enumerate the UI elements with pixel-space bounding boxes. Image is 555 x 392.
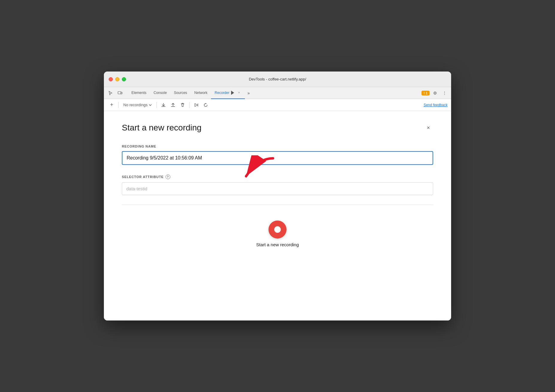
tab-elements[interactable]: Elements	[128, 87, 150, 99]
svg-rect-0	[118, 92, 121, 94]
devtools-window: DevTools - coffee-cart.netlify.app/ Elem…	[104, 72, 451, 320]
svg-marker-2	[231, 91, 234, 95]
import-button[interactable]	[169, 101, 177, 109]
export-icon	[161, 103, 166, 107]
window-title: DevTools - coffee-cart.netlify.app/	[249, 77, 306, 81]
selector-help-icon[interactable]: ?	[166, 174, 170, 179]
main-content: Start a new recording × RECORDING NAME S…	[104, 111, 451, 320]
tab-overflow-btn[interactable]: »	[245, 91, 252, 95]
dialog-title: Start a new recording	[122, 123, 201, 133]
recorder-toolbar: + No recordings	[104, 99, 451, 111]
import-icon	[171, 103, 175, 107]
recordings-dropdown[interactable]: No recordings	[121, 101, 154, 108]
delete-button[interactable]	[178, 101, 187, 109]
send-feedback-link[interactable]: Send feedback	[424, 103, 448, 107]
start-recording-button[interactable]	[269, 221, 286, 238]
recording-name-input[interactable]	[122, 151, 433, 165]
dialog-header: Start a new recording ×	[122, 123, 433, 133]
tab-bar-right: ! 1 ⚙ ⋮	[421, 89, 449, 97]
tab-list: Elements Console Sources Network Recorde…	[128, 87, 421, 99]
record-area: Start a new recording	[122, 215, 433, 256]
recording-name-label: RECORDING NAME	[122, 145, 433, 148]
maximize-traffic-light[interactable]	[122, 77, 126, 81]
play-icon	[194, 103, 198, 107]
title-bar: DevTools - coffee-cart.netlify.app/	[104, 72, 451, 87]
recorder-tab-close[interactable]: ×	[236, 90, 241, 95]
tab-sources[interactable]: Sources	[170, 87, 191, 99]
export-button[interactable]	[159, 101, 168, 109]
close-traffic-light[interactable]	[109, 77, 113, 81]
svg-rect-1	[121, 92, 122, 94]
minimize-traffic-light[interactable]	[115, 77, 119, 81]
notification-badge[interactable]: ! 1	[421, 91, 430, 95]
selector-attribute-group: SELECTOR ATTRIBUTE ?	[122, 174, 433, 195]
recorder-icon	[231, 91, 235, 95]
dropdown-chevron-icon	[149, 104, 152, 106]
devtools-tool-icons	[106, 89, 124, 97]
recording-name-group: RECORDING NAME	[122, 145, 433, 165]
add-recording-button[interactable]: +	[107, 101, 116, 109]
replay-button[interactable]	[201, 101, 210, 109]
cursor-icon[interactable]	[106, 89, 115, 97]
tab-console[interactable]: Console	[150, 87, 170, 99]
tab-recorder[interactable]: Recorder ×	[211, 87, 245, 99]
selector-attribute-input[interactable]	[122, 182, 433, 195]
device-toggle-icon[interactable]	[116, 89, 124, 97]
tab-bar: Elements Console Sources Network Recorde…	[104, 87, 451, 99]
more-options-icon[interactable]: ⋮	[440, 89, 449, 97]
close-dialog-button[interactable]: ×	[424, 123, 433, 133]
delete-icon	[180, 103, 185, 107]
traffic-lights	[109, 77, 126, 81]
divider	[122, 205, 433, 205]
play-button[interactable]	[192, 101, 200, 109]
toolbar-divider-2	[157, 102, 157, 108]
replay-icon	[203, 103, 208, 107]
tab-network[interactable]: Network	[191, 87, 211, 99]
toolbar-divider-1	[118, 102, 119, 108]
settings-icon[interactable]: ⚙	[431, 89, 439, 97]
record-label: Start a new recording	[256, 242, 299, 247]
record-btn-inner	[274, 226, 281, 233]
selector-attribute-label: SELECTOR ATTRIBUTE ?	[122, 174, 433, 179]
toolbar-divider-3	[189, 102, 189, 108]
